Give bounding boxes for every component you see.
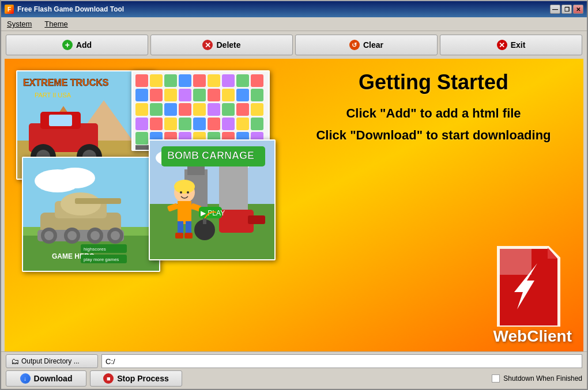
output-dir-label: Output Directory ... <box>21 357 80 365</box>
svg-rect-29 <box>179 89 191 101</box>
download-button[interactable]: ↓ Download <box>6 370 86 387</box>
close-button[interactable]: ✕ <box>573 5 583 14</box>
svg-point-77 <box>67 231 77 240</box>
getting-started-step1: Click "Add" to add a html file <box>301 106 566 121</box>
svg-point-66 <box>55 168 95 188</box>
shutdown-label: Shutdown When Finished <box>503 374 582 383</box>
svg-rect-53 <box>135 132 148 145</box>
svg-rect-102 <box>184 233 193 238</box>
svg-text:▶ PLAY: ▶ PLAY <box>201 209 225 217</box>
clear-button[interactable]: ↺ Clear <box>295 35 438 55</box>
svg-rect-39 <box>193 103 206 116</box>
getting-started-section: Getting Started Click "Add" to add a htm… <box>301 70 566 150</box>
menu-theme[interactable]: Theme <box>41 18 71 29</box>
download-label: Download <box>34 374 73 383</box>
svg-rect-113 <box>203 218 206 224</box>
download-icon: ↓ <box>20 373 31 384</box>
menu-bar: System Theme <box>1 17 587 31</box>
shutdown-checkbox[interactable] <box>492 374 500 383</box>
svg-point-105 <box>174 180 195 194</box>
stop-icon: ■ <box>103 373 114 384</box>
window-title: Free Flash Game Download Tool <box>17 5 124 13</box>
svg-rect-72 <box>75 198 121 204</box>
action-row: ↓ Download ■ Stop Process Shutdown When … <box>6 370 582 387</box>
svg-rect-50 <box>222 118 235 130</box>
output-row: 🗂 Output Directory ... <box>6 354 582 368</box>
svg-rect-109 <box>248 215 265 224</box>
game-tank-image: GAME HERO highscores play more games <box>22 157 160 272</box>
svg-rect-31 <box>208 89 220 101</box>
delete-button[interactable]: ✕ Delete <box>150 35 293 55</box>
svg-rect-23 <box>222 74 235 87</box>
output-path-input[interactable] <box>101 354 582 368</box>
svg-rect-101 <box>175 233 183 238</box>
svg-rect-93 <box>187 166 205 175</box>
game-collage: EXTREME TRUCKS PART II USA ⚽ <box>16 70 287 295</box>
getting-started-title: Getting Started <box>301 70 566 94</box>
svg-rect-52 <box>251 118 263 130</box>
svg-rect-43 <box>251 103 263 116</box>
stop-process-button[interactable]: ■ Stop Process <box>90 370 182 387</box>
svg-rect-36 <box>150 103 163 116</box>
webclient-label: WebClient <box>493 327 572 346</box>
svg-rect-42 <box>236 103 249 116</box>
exit-button[interactable]: ✕ Exit <box>440 35 582 55</box>
exit-label: Exit <box>511 40 526 50</box>
add-label: Add <box>76 40 92 50</box>
svg-rect-98 <box>178 201 191 224</box>
getting-started-step2: Click "Download" to start downloading <box>301 128 566 143</box>
clear-icon: ↺ <box>349 40 360 50</box>
main-content: EXTREME TRUCKS PART II USA ⚽ <box>5 59 583 351</box>
svg-point-79 <box>91 231 100 240</box>
flash-logo <box>491 246 566 334</box>
svg-point-106 <box>180 191 182 194</box>
svg-rect-6 <box>49 115 72 126</box>
delete-label: Delete <box>216 40 240 50</box>
game-puzzle-image: ADVERTISEMENT - CLICK PLAY GAME TO START <box>131 70 270 151</box>
exit-icon: ✕ <box>497 40 507 50</box>
toolbar: + Add ✕ Delete ↺ Clear ✕ Exit <box>1 31 587 59</box>
svg-rect-48 <box>193 118 206 130</box>
svg-rect-32 <box>222 89 235 101</box>
svg-rect-18 <box>150 74 163 87</box>
svg-rect-46 <box>164 118 177 130</box>
svg-rect-27 <box>150 89 163 101</box>
svg-point-107 <box>187 191 189 194</box>
svg-rect-35 <box>135 103 148 116</box>
svg-text:BOMB CARNAGE: BOMB CARNAGE <box>167 150 254 161</box>
svg-rect-28 <box>164 89 177 101</box>
svg-rect-47 <box>179 118 191 130</box>
svg-rect-37 <box>164 103 177 116</box>
svg-rect-33 <box>236 89 249 101</box>
svg-rect-30 <box>193 89 206 101</box>
folder-icon: 🗂 <box>11 357 19 366</box>
game-carnage-image: BOMB CARNAGE <box>149 139 276 260</box>
add-button[interactable]: + Add <box>6 35 148 55</box>
svg-rect-49 <box>208 118 220 130</box>
svg-text:PART II USA: PART II USA <box>35 92 71 99</box>
svg-rect-34 <box>251 89 263 101</box>
svg-rect-44 <box>135 118 148 130</box>
svg-text:EXTREME TRUCKS: EXTREME TRUCKS <box>23 78 109 88</box>
restore-button[interactable]: ❐ <box>561 5 572 14</box>
svg-rect-24 <box>236 74 249 87</box>
shutdown-row: Shutdown When Finished <box>492 374 582 383</box>
svg-rect-40 <box>208 103 220 116</box>
svg-rect-45 <box>150 118 163 130</box>
bottom-bar: 🗂 Output Directory ... ↓ Download ■ Stop… <box>1 351 587 389</box>
app-window: F Free Flash Game Download Tool — ❐ ✕ Sy… <box>0 0 588 390</box>
svg-rect-25 <box>251 74 263 87</box>
svg-point-75 <box>44 231 54 240</box>
svg-rect-19 <box>164 74 177 87</box>
output-directory-button[interactable]: 🗂 Output Directory ... <box>6 354 98 368</box>
svg-rect-20 <box>179 74 191 87</box>
add-icon: + <box>62 40 73 50</box>
minimize-button[interactable]: — <box>550 5 560 14</box>
app-icon: F <box>5 5 14 14</box>
svg-rect-41 <box>222 103 235 116</box>
clear-label: Clear <box>363 40 383 50</box>
svg-rect-51 <box>236 118 249 130</box>
menu-system[interactable]: System <box>3 18 35 29</box>
svg-rect-21 <box>193 74 206 87</box>
svg-rect-26 <box>135 89 148 101</box>
